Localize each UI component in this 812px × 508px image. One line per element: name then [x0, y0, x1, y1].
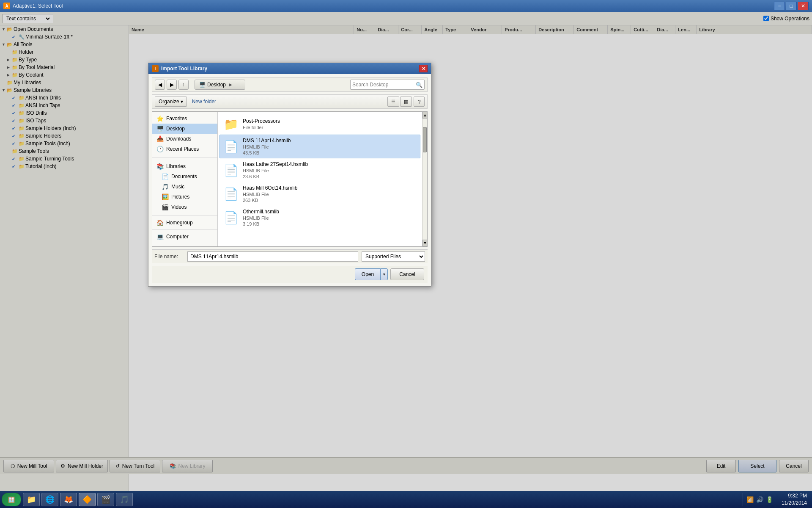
file-item-size: 43.5 KB — [243, 150, 291, 155]
taskbar-firefox[interactable]: 🦊 — [60, 493, 77, 506]
file-browser: ⭐ Favorites 🖥️ Desktop 📥 Downloads — [152, 111, 428, 247]
videos-icon: 🎬 — [162, 204, 169, 210]
folder-item-icon: 📁 — [223, 116, 239, 132]
file-item-name: Othermill.hsmlib — [243, 209, 279, 215]
desktop-icon: 🖥️ — [156, 125, 164, 132]
file-item-name: Post-Processors — [243, 118, 280, 124]
file-item-haas-mill[interactable]: 📄 Haas Mill 6Oct14.hsmlib HSMLIB File 26… — [219, 182, 420, 206]
taskbar-spotify[interactable]: 🎵 — [116, 493, 133, 506]
open-dropdown-button[interactable]: ▾ — [380, 268, 388, 280]
view-list-button[interactable]: ☰ — [387, 97, 399, 107]
nav-path-arrow: ▶ — [229, 83, 232, 87]
nav-forward-button[interactable]: ▶ — [167, 80, 177, 90]
dialog-close-button[interactable]: ✕ — [419, 65, 428, 72]
pictures-icon: 🖼️ — [162, 193, 169, 200]
app-icon: A — [3, 3, 10, 9]
taskbar-app1[interactable]: 🔶 — [79, 493, 96, 506]
open-button-group: Open ▾ — [355, 268, 388, 280]
taskbar-explorer[interactable]: 📁 — [23, 493, 40, 506]
cancel-file-dialog-button[interactable]: Cancel — [390, 268, 424, 280]
scrollbar-thumb[interactable] — [423, 127, 427, 152]
minimize-button[interactable]: − — [774, 2, 785, 10]
nav-up-button[interactable]: ↑ — [178, 80, 189, 90]
scroll-up-button[interactable]: ▲ — [422, 112, 428, 119]
open-button[interactable]: Open — [355, 268, 380, 280]
organize-button[interactable]: Organize ▾ — [155, 97, 187, 107]
dialog-title-bar: I Import Tool Library ✕ — [148, 63, 431, 74]
doc-item-icon: 📄 — [223, 139, 239, 154]
nav-recent-places[interactable]: 🕐 Recent Places — [152, 144, 217, 154]
file-item-info: Othermill.hsmlib HSMLIB File 3.19 KB — [243, 209, 279, 226]
file-item-othermill[interactable]: 📄 Othermill.hsmlib HSMLIB File 3.19 KB — [219, 206, 420, 229]
nav-libraries-header[interactable]: 📚 Libraries — [152, 161, 217, 171]
nav-path-desktop[interactable]: 🖥️ Desktop ▶ — [195, 80, 245, 90]
system-tray: 📶 🔊 🔋 — [743, 493, 776, 506]
file-item-type: HSMLIB File — [243, 168, 308, 173]
nav-homegroup[interactable]: 🏠 Homegroup — [152, 218, 217, 228]
dialog-body: ◀ ▶ ↑ 🖥️ Desktop ▶ 🔍 — [148, 74, 431, 286]
file-item-size: 23.6 KB — [243, 174, 308, 179]
taskbar: 🪟 📁 🌐 🦊 🔶 🎬 🎵 📶 🔊 🔋 9:32 PM 11/20/2014 — [0, 491, 812, 508]
nav-computer[interactable]: 💻 Computer — [152, 232, 217, 242]
search-input[interactable] — [352, 82, 416, 88]
taskbar-clock[interactable]: 9:32 PM 11/20/2014 — [778, 492, 810, 507]
file-item-post-processors[interactable]: 📁 Post-Processors File folder — [219, 113, 420, 135]
clock-date: 11/20/2014 — [782, 500, 807, 507]
file-list-scrollbar[interactable]: ▲ ▼ — [422, 112, 427, 246]
nav-divider-3 — [152, 229, 217, 230]
file-item-type: HSMLIB File — [243, 144, 291, 149]
file-item-name: DMS 11Apr14.hsmlib — [243, 138, 291, 144]
nav-back-button[interactable]: ◀ — [155, 80, 165, 90]
filename-input[interactable] — [187, 251, 358, 262]
file-item-haas-lathe[interactable]: 📄 Haas Lathe 27Sept14.hsmlib HSMLIB File… — [219, 158, 420, 182]
dialog-icon: I — [152, 65, 159, 72]
downloads-icon: 📥 — [156, 135, 164, 142]
file-footer: File name: Supported Files All Files — [152, 249, 428, 263]
title-bar-text: Adaptive1: Select Tool — [13, 3, 771, 9]
doc-item-icon: 📄 — [223, 163, 239, 178]
file-item-dms[interactable]: 📄 DMS 11Apr14.hsmlib HSMLIB File 43.5 KB — [219, 135, 420, 158]
maximize-button[interactable]: □ — [786, 2, 797, 10]
view-buttons: ☰ ▦ — [387, 97, 412, 107]
filename-label: File name: — [154, 254, 184, 260]
file-list: 📁 Post-Processors File folder 📄 — [218, 112, 422, 246]
file-item-type: HSMLIB File — [243, 215, 279, 221]
nav-pictures[interactable]: 🖼️ Pictures — [152, 192, 217, 202]
filetype-dropdown[interactable]: Supported Files All Files — [362, 251, 425, 262]
favorites-icon: ⭐ — [156, 115, 164, 122]
nav-music[interactable]: 🎵 Music — [152, 182, 217, 192]
file-nav-pane: ⭐ Favorites 🖥️ Desktop 📥 Downloads — [152, 112, 218, 246]
dialog-nav-bar: ◀ ▶ ↑ 🖥️ Desktop ▶ 🔍 — [152, 77, 428, 92]
file-item-info: Haas Lathe 27Sept14.hsmlib HSMLIB File 2… — [243, 161, 308, 179]
nav-path-icon: 🖥️ — [199, 82, 206, 88]
homegroup-icon: 🏠 — [156, 219, 164, 226]
file-item-type: File folder — [243, 125, 280, 130]
view-grid-button[interactable]: ▦ — [400, 97, 412, 107]
tray-sound-icon: 🔊 — [756, 496, 763, 503]
nav-desktop[interactable]: 🖥️ Desktop — [152, 124, 217, 134]
organize-dropdown-icon: ▾ — [181, 99, 183, 105]
file-item-name: Haas Mill 6Oct14.hsmlib — [243, 185, 297, 191]
doc-item-icon: 📄 — [223, 210, 239, 225]
new-folder-button[interactable]: New folder — [189, 97, 219, 107]
recent-icon: 🕐 — [156, 146, 164, 152]
file-item-info: DMS 11Apr14.hsmlib HSMLIB File 43.5 KB — [243, 138, 291, 155]
nav-downloads[interactable]: 📥 Downloads — [152, 134, 217, 144]
file-item-info: Post-Processors File folder — [243, 118, 280, 130]
nav-documents[interactable]: 📄 Documents — [152, 171, 217, 182]
scroll-down-button[interactable]: ▼ — [422, 240, 428, 246]
search-box[interactable]: 🔍 — [350, 80, 425, 90]
file-toolbar: Organize ▾ New folder ☰ ▦ ? — [152, 94, 428, 109]
taskbar-maya[interactable]: 🎬 — [97, 493, 114, 506]
libraries-section: 📚 Libraries 📄 Documents 🎵 Music — [152, 160, 217, 214]
nav-divider-2 — [152, 215, 217, 216]
favorites-section: ⭐ Favorites 🖥️ Desktop 📥 Downloads — [152, 112, 217, 156]
help-button[interactable]: ? — [414, 97, 425, 107]
taskbar-chrome[interactable]: 🌐 — [41, 493, 58, 506]
close-button[interactable]: ✕ — [798, 2, 809, 10]
start-button[interactable]: 🪟 — [2, 493, 21, 506]
import-tool-library-dialog: I Import Tool Library ✕ ◀ ▶ ↑ 🖥️ Desktop… — [148, 63, 431, 287]
nav-favorites[interactable]: ⭐ Favorites — [152, 113, 217, 124]
dialog-action-buttons: Open ▾ Cancel — [152, 266, 428, 283]
nav-videos[interactable]: 🎬 Videos — [152, 202, 217, 212]
